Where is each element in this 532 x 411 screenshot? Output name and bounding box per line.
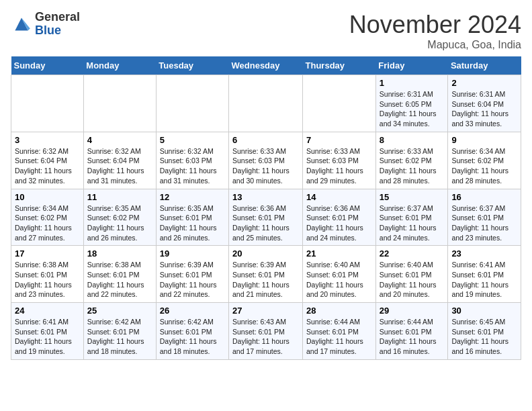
day-number: 8 (380, 135, 445, 145)
calendar-cell: 22Sunrise: 6:40 AM Sunset: 6:01 PM Dayli… (375, 246, 448, 303)
cell-content: Sunrise: 6:38 AM Sunset: 6:01 PM Dayligh… (87, 260, 152, 300)
weekday-header-saturday: Saturday (448, 56, 521, 75)
calendar-cell: 24Sunrise: 6:41 AM Sunset: 6:01 PM Dayli… (11, 303, 84, 360)
calendar-week-3: 10Sunrise: 6:34 AM Sunset: 6:02 PM Dayli… (11, 189, 521, 246)
cell-content: Sunrise: 6:35 AM Sunset: 6:02 PM Dayligh… (87, 203, 152, 243)
calendar-cell: 29Sunrise: 6:44 AM Sunset: 6:01 PM Dayli… (375, 303, 448, 360)
day-number: 2 (451, 78, 517, 88)
calendar-cell: 7Sunrise: 6:33 AM Sunset: 6:03 PM Daylig… (303, 132, 376, 189)
cell-content: Sunrise: 6:44 AM Sunset: 6:01 PM Dayligh… (380, 317, 445, 357)
calendar-table: SundayMondayTuesdayWednesdayThursdayFrid… (11, 56, 521, 360)
calendar-cell: 23Sunrise: 6:41 AM Sunset: 6:01 PM Dayli… (448, 246, 521, 303)
cell-content: Sunrise: 6:44 AM Sunset: 6:01 PM Dayligh… (306, 317, 372, 357)
cell-content: Sunrise: 6:34 AM Sunset: 6:02 PM Dayligh… (15, 203, 80, 243)
cell-content: Sunrise: 6:37 AM Sunset: 6:01 PM Dayligh… (380, 203, 445, 243)
cell-content: Sunrise: 6:45 AM Sunset: 6:01 PM Dayligh… (451, 317, 517, 357)
calendar-cell: 18Sunrise: 6:38 AM Sunset: 6:01 PM Dayli… (83, 246, 156, 303)
cell-content: Sunrise: 6:36 AM Sunset: 6:01 PM Dayligh… (306, 203, 372, 243)
calendar-cell: 1Sunrise: 6:31 AM Sunset: 6:05 PM Daylig… (375, 75, 448, 132)
cell-content: Sunrise: 6:32 AM Sunset: 6:04 PM Dayligh… (15, 146, 80, 186)
calendar-cell: 30Sunrise: 6:45 AM Sunset: 6:01 PM Dayli… (448, 303, 521, 360)
calendar-cell: 6Sunrise: 6:33 AM Sunset: 6:03 PM Daylig… (229, 132, 303, 189)
cell-content: Sunrise: 6:40 AM Sunset: 6:01 PM Dayligh… (380, 260, 445, 300)
page-header: General Blue November 2024 Mapuca, Goa, … (11, 11, 521, 51)
calendar-cell: 10Sunrise: 6:34 AM Sunset: 6:02 PM Dayli… (11, 189, 84, 246)
weekday-header-row: SundayMondayTuesdayWednesdayThursdayFrid… (11, 56, 521, 75)
calendar-body: 1Sunrise: 6:31 AM Sunset: 6:05 PM Daylig… (11, 75, 521, 360)
cell-content: Sunrise: 6:42 AM Sunset: 6:01 PM Dayligh… (160, 317, 225, 357)
calendar-cell: 5Sunrise: 6:32 AM Sunset: 6:03 PM Daylig… (156, 132, 228, 189)
calendar-cell: 21Sunrise: 6:40 AM Sunset: 6:01 PM Dayli… (303, 246, 376, 303)
day-number: 6 (232, 135, 299, 145)
calendar-header: SundayMondayTuesdayWednesdayThursdayFrid… (11, 56, 521, 75)
calendar-cell: 12Sunrise: 6:35 AM Sunset: 6:01 PM Dayli… (156, 189, 228, 246)
calendar-cell: 19Sunrise: 6:39 AM Sunset: 6:01 PM Dayli… (156, 246, 228, 303)
month-title: November 2024 (349, 11, 521, 39)
day-number: 30 (451, 306, 517, 316)
location: Mapuca, Goa, India (349, 39, 521, 51)
calendar-cell: 26Sunrise: 6:42 AM Sunset: 6:01 PM Dayli… (156, 303, 228, 360)
cell-content: Sunrise: 6:41 AM Sunset: 6:01 PM Dayligh… (451, 260, 517, 300)
day-number: 17 (15, 248, 80, 259)
cell-content: Sunrise: 6:36 AM Sunset: 6:01 PM Dayligh… (232, 203, 299, 243)
cell-content: Sunrise: 6:39 AM Sunset: 6:01 PM Dayligh… (160, 260, 225, 300)
day-number: 20 (232, 248, 299, 259)
day-number: 24 (15, 306, 80, 316)
cell-content: Sunrise: 6:43 AM Sunset: 6:01 PM Dayligh… (232, 317, 299, 357)
day-number: 29 (380, 306, 445, 316)
cell-content: Sunrise: 6:42 AM Sunset: 6:01 PM Dayligh… (87, 317, 152, 357)
logo-blue: Blue (35, 24, 61, 37)
day-number: 19 (160, 248, 225, 259)
day-number: 3 (15, 135, 80, 145)
cell-content: Sunrise: 6:40 AM Sunset: 6:01 PM Dayligh… (306, 260, 372, 300)
logo: General Blue (11, 11, 80, 38)
cell-content: Sunrise: 6:31 AM Sunset: 6:05 PM Dayligh… (380, 89, 445, 129)
day-number: 9 (451, 135, 517, 145)
day-number: 4 (87, 135, 152, 145)
logo-general: General (35, 10, 80, 24)
day-number: 7 (306, 135, 372, 145)
weekday-header-thursday: Thursday (303, 56, 376, 75)
day-number: 21 (306, 248, 372, 259)
weekday-header-monday: Monday (83, 56, 156, 75)
cell-content: Sunrise: 6:33 AM Sunset: 6:03 PM Dayligh… (232, 146, 299, 186)
cell-content: Sunrise: 6:37 AM Sunset: 6:01 PM Dayligh… (451, 203, 517, 243)
day-number: 5 (160, 135, 225, 145)
title-block: November 2024 Mapuca, Goa, India (349, 11, 521, 51)
weekday-header-wednesday: Wednesday (229, 56, 303, 75)
cell-content: Sunrise: 6:34 AM Sunset: 6:02 PM Dayligh… (451, 146, 517, 186)
calendar-cell: 20Sunrise: 6:39 AM Sunset: 6:01 PM Dayli… (229, 246, 303, 303)
day-number: 14 (306, 192, 372, 202)
day-number: 23 (451, 248, 517, 259)
calendar-cell: 2Sunrise: 6:31 AM Sunset: 6:04 PM Daylig… (448, 75, 521, 132)
calendar-cell: 17Sunrise: 6:38 AM Sunset: 6:01 PM Dayli… (11, 246, 84, 303)
day-number: 13 (232, 192, 299, 202)
day-number: 18 (87, 248, 152, 259)
day-number: 11 (87, 192, 152, 202)
calendar-week-5: 24Sunrise: 6:41 AM Sunset: 6:01 PM Dayli… (11, 303, 521, 360)
calendar-cell: 9Sunrise: 6:34 AM Sunset: 6:02 PM Daylig… (448, 132, 521, 189)
calendar-cell (156, 75, 228, 132)
calendar-cell: 4Sunrise: 6:32 AM Sunset: 6:04 PM Daylig… (83, 132, 156, 189)
calendar-cell: 14Sunrise: 6:36 AM Sunset: 6:01 PM Dayli… (303, 189, 376, 246)
calendar-cell (303, 75, 376, 132)
calendar-week-4: 17Sunrise: 6:38 AM Sunset: 6:01 PM Dayli… (11, 246, 521, 303)
day-number: 16 (451, 192, 517, 202)
weekday-header-friday: Friday (375, 56, 448, 75)
cell-content: Sunrise: 6:39 AM Sunset: 6:01 PM Dayligh… (232, 260, 299, 300)
cell-content: Sunrise: 6:33 AM Sunset: 6:02 PM Dayligh… (380, 146, 445, 186)
cell-content: Sunrise: 6:32 AM Sunset: 6:04 PM Dayligh… (87, 146, 152, 186)
day-number: 27 (232, 306, 299, 316)
day-number: 15 (380, 192, 445, 202)
calendar-cell (229, 75, 303, 132)
calendar-cell: 3Sunrise: 6:32 AM Sunset: 6:04 PM Daylig… (11, 132, 84, 189)
calendar-cell: 8Sunrise: 6:33 AM Sunset: 6:02 PM Daylig… (375, 132, 448, 189)
cell-content: Sunrise: 6:33 AM Sunset: 6:03 PM Dayligh… (306, 146, 372, 186)
cell-content: Sunrise: 6:31 AM Sunset: 6:04 PM Dayligh… (451, 89, 517, 129)
calendar-cell (11, 75, 84, 132)
calendar-cell: 13Sunrise: 6:36 AM Sunset: 6:01 PM Dayli… (229, 189, 303, 246)
cell-content: Sunrise: 6:38 AM Sunset: 6:01 PM Dayligh… (15, 260, 80, 300)
calendar-cell (83, 75, 156, 132)
cell-content: Sunrise: 6:41 AM Sunset: 6:01 PM Dayligh… (15, 317, 80, 357)
day-number: 28 (306, 306, 372, 316)
